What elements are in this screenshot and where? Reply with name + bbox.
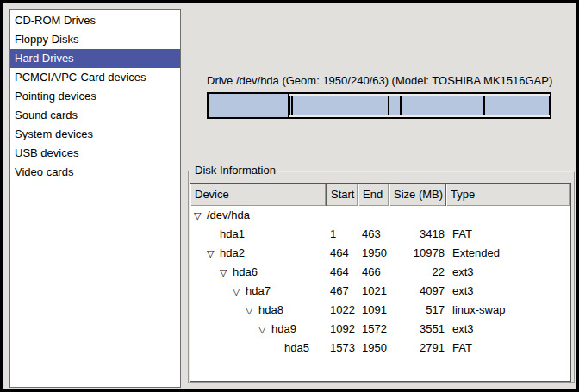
sidebar-item-hard-drives[interactable]: Hard Drives <box>10 49 180 68</box>
drive-geometry-label: Drive /dev/hda (Geom: 1950/240/63) (Mode… <box>207 74 552 87</box>
extended-partition-rect <box>290 96 550 115</box>
expander-triangle-down-icon[interactable]: ▽ <box>258 320 271 339</box>
end-cell: 1572 <box>358 320 389 339</box>
device-cell: ▽hda9 <box>190 320 327 339</box>
sidebar-item-cd-rom-drives[interactable]: CD-ROM Drives <box>10 11 180 30</box>
start-cell: 464 <box>327 244 358 263</box>
type-cell: ext3 <box>446 320 570 339</box>
device-cell: ▽hda6 <box>190 263 327 282</box>
device-cell: hda1 <box>190 225 327 244</box>
tree-indent <box>190 329 258 330</box>
tree-indent <box>190 348 271 349</box>
size-cell: 3551 <box>389 320 446 339</box>
device-category-list: CD-ROM DrivesFloppy DisksHard DrivesPCMC… <box>9 9 181 388</box>
device-label: hda5 <box>284 341 309 354</box>
table-row[interactable]: hda5157319502791FAT <box>190 339 570 358</box>
device-label: /dev/hda <box>207 208 250 221</box>
device-cell: ▽hda7 <box>190 282 327 301</box>
device-cell: ▽hda2 <box>190 244 327 263</box>
type-cell <box>446 206 570 225</box>
expander-triangle-down-icon[interactable]: ▽ <box>207 244 220 263</box>
size-cell: 2791 <box>389 339 446 358</box>
end-cell: 1091 <box>358 301 389 320</box>
device-cell: hda5 <box>190 339 327 358</box>
end-cell: 1950 <box>358 244 389 263</box>
type-cell: linux-swap <box>446 301 570 320</box>
partition-divider <box>388 96 389 115</box>
type-cell: ext3 <box>446 282 570 301</box>
disk-information-table: DeviceStartEndSize (MB)Type ▽/dev/hdahda… <box>190 183 571 382</box>
expander-triangle-down-icon[interactable]: ▽ <box>194 206 207 225</box>
size-cell: 3418 <box>389 225 446 244</box>
column-header-start[interactable]: Start <box>327 184 358 206</box>
end-cell: 1021 <box>358 282 389 301</box>
table-row[interactable]: hda114633418FAT <box>190 225 570 244</box>
table-row[interactable]: ▽hda810221091517linux-swap <box>190 301 570 320</box>
device-label: hda1 <box>220 227 245 240</box>
partition-divider <box>483 96 485 115</box>
tree-indent <box>190 272 220 273</box>
tree-indent <box>190 234 207 235</box>
size-cell: 4097 <box>389 282 446 301</box>
type-cell: ext3 <box>446 263 570 282</box>
start-cell: 467 <box>327 282 358 301</box>
tree-indent <box>190 310 246 311</box>
type-cell: Extended <box>446 244 570 263</box>
device-label: hda9 <box>271 322 296 335</box>
end-cell: 1950 <box>358 339 389 358</box>
table-row[interactable]: ▽hda2464195010978Extended <box>190 244 570 263</box>
partition-divider <box>291 96 293 115</box>
start-cell: 1092 <box>327 320 358 339</box>
type-cell: FAT <box>446 225 570 244</box>
expander-triangle-down-icon[interactable]: ▽ <box>220 263 233 282</box>
sidebar-item-usb-devices[interactable]: USB devices <box>10 144 180 163</box>
sidebar-item-floppy-disks[interactable]: Floppy Disks <box>10 30 180 49</box>
start-cell: 1573 <box>327 339 358 358</box>
tree-indent <box>190 291 233 292</box>
start-cell: 1 <box>327 225 358 244</box>
table-row[interactable]: ▽hda746710214097ext3 <box>190 282 570 301</box>
column-header-size-mb-[interactable]: Size (MB) <box>389 184 446 206</box>
column-header-end[interactable]: End <box>358 184 389 206</box>
expander-triangle-down-icon[interactable]: ▽ <box>246 301 258 320</box>
size-cell <box>389 206 446 225</box>
table-body: ▽/dev/hdahda114633418FAT▽hda246419501097… <box>190 206 570 358</box>
start-cell: 1022 <box>327 301 358 320</box>
device-label: hda7 <box>246 284 271 297</box>
size-cell: 22 <box>389 263 446 282</box>
expander-triangle-down-icon[interactable]: ▽ <box>233 282 246 301</box>
table-row[interactable]: ▽hda646446622ext3 <box>190 263 570 282</box>
sidebar-item-video-cards[interactable]: Video cards <box>10 163 180 182</box>
sidebar-item-sound-cards[interactable]: Sound cards <box>10 106 180 125</box>
sidebar-item-system-devices[interactable]: System devices <box>10 125 180 144</box>
column-header-type[interactable]: Type <box>446 184 570 206</box>
primary-partition-segment <box>209 94 290 117</box>
device-label: hda6 <box>233 265 258 278</box>
device-label: hda8 <box>258 303 283 316</box>
table-row[interactable]: ▽/dev/hda <box>190 206 570 225</box>
sidebar-item-pcmcia-pc-card-devices[interactable]: PCMCIA/PC-Card devices <box>10 68 180 87</box>
start-cell: 464 <box>327 263 358 282</box>
partition-bar <box>207 92 551 119</box>
column-header-device[interactable]: Device <box>190 184 327 206</box>
tree-indent <box>190 253 207 254</box>
disk-information-frame-label: Disk Information <box>192 165 278 177</box>
device-label: hda2 <box>220 246 245 259</box>
start-cell <box>327 206 358 225</box>
size-cell: 10978 <box>389 244 446 263</box>
device-cell: ▽/dev/hda <box>190 206 327 225</box>
end-cell: 466 <box>358 263 389 282</box>
table-header: DeviceStartEndSize (MB)Type <box>190 184 570 206</box>
device-cell: ▽hda8 <box>190 301 327 320</box>
size-cell: 517 <box>389 301 446 320</box>
end-cell: 463 <box>358 225 389 244</box>
table-row[interactable]: ▽hda9109215723551ext3 <box>190 320 570 339</box>
partition-divider <box>400 96 402 115</box>
hardware-browser-window: CD-ROM DrivesFloppy DisksHard DrivesPCMC… <box>0 0 579 392</box>
type-cell: FAT <box>446 339 570 358</box>
sidebar-item-pointing-devices[interactable]: Pointing devices <box>10 87 180 106</box>
end-cell <box>358 206 389 225</box>
